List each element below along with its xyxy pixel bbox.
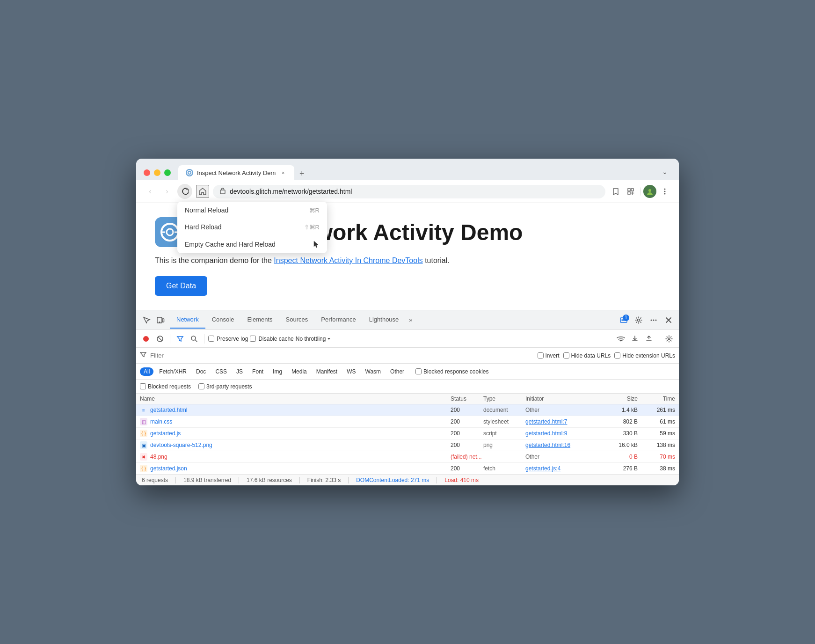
back-button[interactable]: ‹ [144,185,157,198]
blocked-requests-checkbox[interactable]: Blocked requests [140,383,191,390]
preserve-log-input[interactable] [208,336,214,342]
clear-button[interactable] [154,333,166,345]
filter-button[interactable] [174,333,186,345]
more-tabs-button[interactable]: » [405,316,416,323]
row-filename[interactable]: devtools-square-512.png [150,442,212,448]
normal-reload-item[interactable]: Normal Reload ⌘R [177,202,327,219]
throttle-control[interactable]: No throttling [296,336,332,342]
devtools-link[interactable]: Inspect Network Activity In Chrome DevTo… [274,256,422,264]
preserve-log-checkbox[interactable]: Preserve log [208,336,248,342]
tab-console[interactable]: Console [205,311,241,329]
status-load: Load: 410 ms [444,477,479,483]
hide-extension-urls-input[interactable] [614,352,620,359]
row-filename[interactable]: 48.png [150,454,167,460]
type-btn-wasm[interactable]: Wasm [362,367,385,376]
row-filename[interactable]: getstarted.js [150,430,181,437]
import-requests-button[interactable] [629,333,641,345]
status-requests: 6 requests [142,477,168,483]
close-devtools-button[interactable] [662,314,675,327]
extensions-icon[interactable] [624,185,637,198]
forward-button[interactable]: › [160,185,174,198]
tab-lighthouse[interactable]: Lighthouse [363,311,406,329]
empty-cache-reload-item[interactable]: Empty Cache and Hard Reload [177,235,327,253]
get-data-button[interactable]: Get Data [155,276,207,296]
row-initiator-link[interactable]: getstarted.js:4 [525,465,600,472]
type-btn-fetch-xhr[interactable]: Fetch/XHR [155,367,190,376]
more-devtools-button[interactable] [647,314,660,327]
table-row[interactable]: { } getstarted.js 200 script getstarted.… [136,428,679,439]
table-row[interactable]: ▣ devtools-square-512.png 200 png getsta… [136,439,679,451]
disable-cache-checkbox[interactable]: Disable cache [250,336,293,342]
menu-icon[interactable] [658,185,671,198]
table-row[interactable]: ◫ main.css 200 stylesheet getstarted.htm… [136,416,679,428]
bookmark-icon[interactable] [609,185,622,198]
type-btn-js[interactable]: JS [233,367,247,376]
type-btn-other[interactable]: Other [386,367,408,376]
online-toggle-button[interactable] [615,333,627,345]
type-btn-img[interactable]: Img [269,367,286,376]
hide-data-urls-input[interactable] [563,352,569,359]
row-status: 200 [451,442,483,448]
row-initiator-link[interactable]: getstarted.html:7 [525,418,600,425]
hide-data-urls-checkbox[interactable]: Hide data URLs [563,352,611,359]
table-row[interactable]: { } getstarted.json 200 fetch getstarted… [136,463,679,475]
table-row[interactable]: ≡ getstarted.html 200 document Other 1.4… [136,404,679,416]
tab-network[interactable]: Network [170,311,205,329]
invert-input[interactable] [538,352,544,359]
row-filename[interactable]: main.css [150,418,172,425]
reload-button[interactable] [177,184,192,199]
filter-input[interactable] [150,352,534,359]
row-size: 276 B [600,465,638,472]
type-btn-css[interactable]: CSS [211,367,231,376]
tab-close-button[interactable]: × [279,169,287,176]
tab-dropdown-button[interactable]: ⌄ [658,165,671,178]
device-toolbar-icon[interactable] [154,314,167,327]
row-initiator-link[interactable]: getstarted.html:16 [525,442,600,448]
search-button[interactable] [188,333,200,345]
type-btn-manifest[interactable]: Manifest [313,367,341,376]
close-button[interactable] [144,169,150,176]
toolbar-separator-2 [204,334,204,344]
third-party-input[interactable] [198,383,204,389]
home-button[interactable] [196,185,209,198]
address-actions [609,185,671,198]
row-filename[interactable]: getstarted.json [150,465,187,472]
network-settings-button[interactable] [663,333,675,345]
type-btn-font[interactable]: Font [248,367,267,376]
blocked-cookies-input[interactable] [415,368,422,374]
hard-reload-item[interactable]: Hard Reload ⇧⌘R [177,219,327,235]
row-filename[interactable]: getstarted.html [150,407,187,413]
active-tab[interactable]: Inspect Network Activity Dem × [178,165,294,180]
tab-elements[interactable]: Elements [240,311,279,329]
svg-rect-5 [628,192,630,194]
type-btn-media[interactable]: Media [288,367,311,376]
element-picker-icon[interactable] [140,314,153,327]
invert-filter-checkbox[interactable]: Invert [538,352,560,359]
disable-cache-input[interactable] [250,336,256,342]
settings-icon[interactable] [632,314,645,327]
new-tab-button[interactable]: + [295,167,308,180]
url-bar[interactable]: devtools.glitch.me/network/getstarted.ht… [213,185,605,198]
minimize-button[interactable] [154,169,160,176]
third-party-requests-checkbox[interactable]: 3rd-party requests [198,383,252,390]
profile-icon[interactable] [643,185,656,198]
hide-extension-urls-checkbox[interactable]: Hide extension URLs [614,352,675,359]
record-button[interactable] [140,333,152,345]
row-initiator-link[interactable]: getstarted.html:9 [525,430,600,437]
tab-performance[interactable]: Performance [314,311,362,329]
console-messages-button[interactable]: 1 [617,314,630,327]
hard-reload-shortcut: ⇧⌘R [304,224,320,231]
tab-sources[interactable]: Sources [279,311,315,329]
blocked-requests-input[interactable] [140,383,146,389]
maximize-button[interactable] [164,169,171,176]
export-requests-button[interactable] [643,333,655,345]
table-row[interactable]: ✖ 48.png (failed) net... Other 0 B 70 ms [136,451,679,463]
reload-menu-container: Normal Reload ⌘R Hard Reload ⇧⌘R Empty C… [177,184,192,199]
status-bar: 6 requests 18.9 kB transferred 17.6 kB r… [136,475,679,485]
svg-rect-3 [628,189,630,191]
type-btn-ws[interactable]: WS [343,367,359,376]
status-divider-5 [437,477,437,483]
type-btn-doc[interactable]: Doc [192,367,210,376]
type-btn-all[interactable]: All [140,367,153,376]
blocked-response-cookies-checkbox[interactable]: Blocked response cookies [415,368,488,375]
